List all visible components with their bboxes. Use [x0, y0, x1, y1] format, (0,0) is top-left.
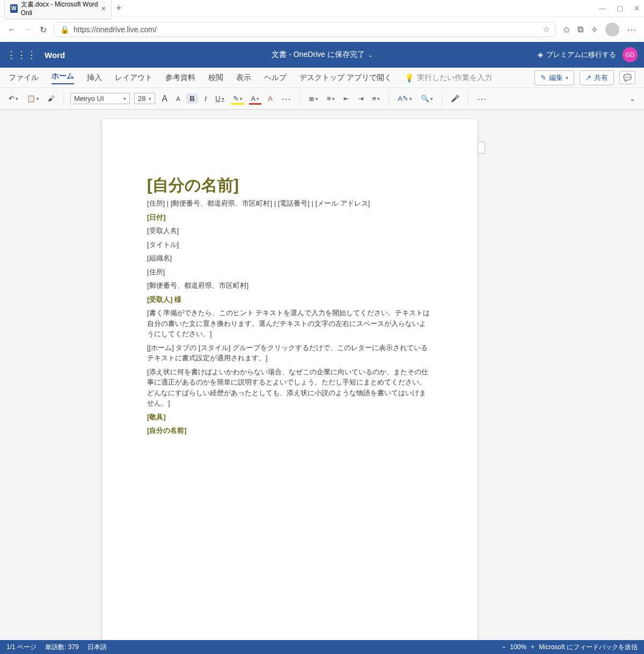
tab-review[interactable]: 校閲	[208, 73, 223, 83]
format-painter-button[interactable]: 🖌	[46, 93, 57, 104]
decrease-indent-button[interactable]: ⇤	[341, 93, 352, 104]
styles-button[interactable]: A✎▾	[396, 93, 414, 104]
forward-icon[interactable]: →	[24, 25, 32, 34]
app-header: ⋮⋮⋮ Word 文書 - OneDrive に保存完了 ⌄ プレミアムに移行す…	[0, 42, 644, 68]
page-count[interactable]: 1/1 ページ	[6, 643, 36, 652]
browser-addrbar: ← → ↻ 🔒 https://onedrive.live.com/ ☆ ✩ ⧉…	[0, 17, 644, 42]
chevron-down-icon: ⌄	[368, 52, 372, 58]
date-field[interactable]: [日付]	[147, 212, 433, 223]
paste-button[interactable]: 📋▾	[25, 93, 41, 104]
browser-tab[interactable]: W 文書.docx - Microsoft Word Onli ×	[4, 0, 112, 19]
bullets-button[interactable]: ≣▾	[306, 93, 320, 104]
edit-button[interactable]: ✎ 編集 ▾	[535, 70, 574, 85]
recipient-title[interactable]: [タイトル]	[147, 239, 433, 250]
profile-icon[interactable]	[605, 23, 619, 37]
word-icon: W	[10, 4, 18, 13]
word-count[interactable]: 単語数: 379	[45, 643, 79, 652]
tab-view[interactable]: 表示	[236, 73, 251, 83]
font-color-button[interactable]: A▾	[249, 93, 262, 104]
find-button[interactable]: 🔍▾	[419, 93, 435, 104]
document-canvas[interactable]: [自分の名前] [住所] | [郵便番号、都道府県、市区町村] | [電話番号]…	[0, 110, 644, 640]
tab-layout[interactable]: レイアウト	[115, 73, 152, 83]
url-bar[interactable]: 🔒 https://onedrive.live.com/ ☆	[54, 22, 555, 37]
more-font-button[interactable]: ⋯	[279, 92, 293, 106]
clear-format-button[interactable]: A	[266, 93, 275, 104]
highlight-button[interactable]: ✎▾	[231, 93, 245, 104]
grow-font-button[interactable]: A	[159, 93, 170, 105]
share-button[interactable]: ↗ 共有	[580, 70, 614, 85]
doc-heading[interactable]: [自分の名前]	[147, 173, 433, 197]
tab-home[interactable]: ホーム	[52, 71, 74, 84]
bold-button[interactable]: B	[186, 93, 197, 104]
browser-titlebar: W 文書.docx - Microsoft Word Onli × + — ▢ …	[0, 0, 644, 17]
language[interactable]: 日本語	[87, 643, 107, 652]
document-title[interactable]: 文書 - OneDrive に保存完了 ⌄	[272, 50, 372, 60]
tab-references[interactable]: 参考資料	[165, 73, 195, 83]
minimize-icon[interactable]: —	[599, 4, 606, 12]
maximize-icon[interactable]: ▢	[617, 4, 623, 12]
zoom-level[interactable]: 100%	[510, 643, 526, 651]
body-p1[interactable]: [書く準備ができたら、このヒント テキストを選んで入力を開始してください。テキス…	[147, 308, 433, 339]
tell-me[interactable]: 💡 実行したい作業を入力	[405, 73, 492, 83]
premium-link[interactable]: プレミアムに移行する	[538, 50, 616, 60]
undo-button[interactable]: ↶▾	[6, 93, 20, 104]
bulb-icon: 💡	[405, 74, 414, 82]
shrink-font-button[interactable]: A	[174, 95, 182, 103]
close-icon[interactable]: ×	[101, 4, 106, 13]
refresh-icon[interactable]: ↻	[40, 25, 47, 35]
new-tab-button[interactable]: +	[116, 3, 122, 14]
collapse-ribbon-button[interactable]: ⌄	[627, 93, 638, 104]
body-p3[interactable]: [添え状に何を書けばよいかわからない場合、なぜこの企業に向いているのか、またその…	[147, 367, 433, 409]
status-bar: 1/1 ページ 単語数: 379 日本語 − 100% + Microsoft …	[0, 640, 644, 654]
dictate-button[interactable]: 🎤	[449, 93, 462, 104]
chevron-down-icon: ▾	[566, 75, 568, 81]
tab-insert[interactable]: 挿入	[87, 73, 102, 83]
tab-file[interactable]: ファイル	[9, 73, 39, 83]
closing[interactable]: [敬具]	[147, 412, 433, 423]
body-p2[interactable]: [[ホーム] タブの [スタイル] グループをクリックするだけで、このレターに表…	[147, 343, 433, 364]
comment-icon: 💬	[623, 74, 632, 82]
collections-icon[interactable]: ⧉	[577, 25, 583, 34]
close-window-icon[interactable]: ✕	[634, 4, 640, 12]
share-icon: ↗	[586, 74, 591, 82]
zoom-in-button[interactable]: +	[531, 643, 535, 651]
page[interactable]: [自分の名前] [住所] | [郵便番号、都道府県、市区町村] | [電話番号]…	[102, 119, 478, 640]
recipient-name[interactable]: [受取人名]	[147, 226, 433, 236]
favorites-icon[interactable]: ✩	[563, 25, 570, 35]
feedback-link[interactable]: Microsoft にフィードバックを送信	[539, 643, 638, 652]
pencil-icon: ✎	[540, 74, 546, 82]
recipient-org[interactable]: [組織名]	[147, 253, 433, 264]
comments-button[interactable]: 💬	[619, 71, 635, 84]
ribbon-tabs: ファイル ホーム 挿入 レイアウト 参考資料 校閲 表示 ヘルプ デスクトップ …	[0, 68, 644, 88]
toolbar: ↶▾ 📋▾ 🖌 Meiryo UI▾ 28▾ A A B I U▾ ✎▾ A▾ …	[0, 88, 644, 110]
signature[interactable]: [自分の名前]	[147, 425, 433, 436]
recipient-postal[interactable]: [郵便番号、都道府県、市区町村]	[147, 280, 433, 291]
font-name-select[interactable]: Meiryo UI▾	[70, 93, 130, 104]
app-launcher-icon[interactable]: ⋮⋮⋮	[6, 49, 37, 61]
recipient-address[interactable]: [住所]	[147, 267, 433, 278]
lock-icon: 🔒	[60, 25, 69, 34]
menu-icon[interactable]: ⋯	[627, 24, 636, 35]
star-icon[interactable]: ☆	[543, 25, 550, 34]
font-size-select[interactable]: 28▾	[134, 93, 155, 104]
more-button[interactable]: ⋯	[475, 92, 489, 106]
app-brand: Word	[45, 50, 65, 60]
increase-indent-button[interactable]: ⇥	[356, 93, 366, 104]
tab-title: 文書.docx - Microsoft Word Onli	[21, 0, 98, 17]
page-break-marker	[478, 142, 485, 154]
open-in-desktop[interactable]: デスクトップ アプリで開く	[299, 73, 392, 83]
tab-help[interactable]: ヘルプ	[264, 73, 287, 83]
avatar[interactable]: GD	[623, 47, 638, 62]
extensions-icon[interactable]: ✧	[591, 25, 598, 35]
underline-button[interactable]: U▾	[213, 93, 226, 104]
italic-button[interactable]: I	[202, 93, 209, 104]
url-text: https://onedrive.live.com/	[74, 25, 157, 34]
back-icon[interactable]: ←	[8, 25, 16, 34]
address-line[interactable]: [住所] | [郵便番号、都道府県、市区町村] | [電話番号] | [メール …	[147, 198, 433, 209]
numbering-button[interactable]: ≡▾	[325, 93, 337, 104]
zoom-out-button[interactable]: −	[502, 643, 506, 651]
align-button[interactable]: ≡▾	[370, 93, 383, 104]
salutation[interactable]: [受取人] 様	[147, 294, 433, 305]
